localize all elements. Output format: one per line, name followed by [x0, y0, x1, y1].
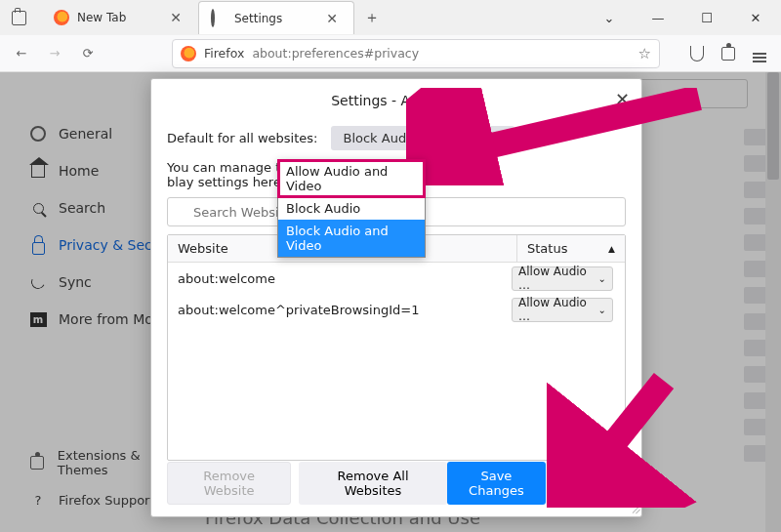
cancel-button[interactable]: Cancel	[554, 462, 626, 505]
row-status-dropdown[interactable]: Allow Audio … ⌄	[512, 266, 613, 291]
tab-title: New Tab	[77, 11, 158, 24]
reload-button[interactable]: ⟳	[74, 40, 102, 67]
firefox-icon	[54, 10, 69, 25]
default-label: Default for all websites:	[167, 131, 317, 145]
column-status[interactable]: Status ▲	[517, 241, 625, 256]
row-site: about:welcome	[174, 271, 512, 286]
autoplay-settings-dialog: Settings - Autoplay ✕ Default for all we…	[150, 78, 642, 517]
app-menu-button[interactable]	[746, 40, 773, 67]
sort-asc-icon: ▲	[608, 244, 615, 254]
gear-icon	[211, 11, 226, 26]
chevron-down-icon: ⌄	[598, 305, 606, 315]
resize-grip[interactable]	[626, 501, 639, 514]
firefox-icon	[181, 46, 196, 61]
url-text: about:preferences#privacy	[252, 46, 419, 61]
dropdown-value: Block Audio and Video	[343, 131, 484, 145]
bookmark-star-icon[interactable]: ☆	[638, 45, 651, 62]
dialog-close-button[interactable]: ✕	[615, 89, 630, 109]
maximize-button[interactable]: ☐	[685, 4, 728, 31]
tab-newtab[interactable]: New Tab ✕	[42, 1, 198, 34]
tab-title: Settings	[234, 12, 314, 25]
autoplay-dropdown-menu: Allow Audio and Video Block Audio Block …	[277, 159, 426, 258]
tab-settings[interactable]: Settings ✕	[198, 1, 354, 34]
window-close-button[interactable]: ✕	[734, 4, 777, 31]
titlebar: New Tab ✕ Settings ✕ ＋ ⌄ — ☐ ✕	[0, 0, 781, 35]
url-prefix: Firefox	[204, 46, 244, 61]
close-icon[interactable]: ✕	[166, 10, 185, 25]
close-icon[interactable]: ✕	[322, 11, 342, 26]
default-autoplay-dropdown[interactable]: Block Audio and Video ⌄	[331, 126, 514, 150]
recent-windows-icon[interactable]	[12, 11, 26, 25]
status-value: Allow Audio …	[518, 265, 593, 292]
save-changes-button[interactable]: Save Changes	[447, 462, 546, 505]
dropdown-option-block-av[interactable]: Block Audio and Video	[278, 220, 425, 257]
minimize-button[interactable]: —	[637, 4, 679, 31]
dropdown-option-allow[interactable]: Allow Audio and Video	[278, 160, 425, 197]
extensions-icon[interactable]	[715, 40, 742, 67]
url-bar[interactable]: Firefox about:preferences#privacy ☆	[172, 39, 660, 68]
chevron-down-icon: ⌄	[495, 133, 503, 143]
shield-icon[interactable]	[683, 40, 711, 67]
tab-strip: New Tab ✕ Settings ✕ ＋	[42, 0, 390, 35]
table-row[interactable]: about:welcome^privateBrowsingId=1 Allow …	[168, 294, 625, 325]
row-status-dropdown[interactable]: Allow Audio … ⌄	[512, 298, 613, 322]
forward-button[interactable]: →	[41, 40, 68, 67]
chevron-down-icon: ⌄	[598, 273, 606, 284]
remove-website-button[interactable]: Remove Website	[167, 462, 291, 505]
table-row[interactable]: about:welcome Allow Audio … ⌄	[168, 263, 625, 294]
status-value: Allow Audio …	[518, 296, 593, 323]
websites-table: Website Status ▲ about:welcome Allow Aud…	[167, 234, 626, 461]
tabs-dropdown-button[interactable]: ⌄	[588, 4, 631, 31]
new-tab-button[interactable]: ＋	[354, 8, 390, 28]
row-site: about:welcome^privateBrowsingId=1	[174, 303, 512, 317]
nav-toolbar: ← → ⟳ Firefox about:preferences#privacy …	[0, 35, 781, 72]
dialog-title: Settings - Autoplay	[167, 93, 626, 108]
back-button[interactable]: ←	[8, 40, 35, 67]
window-controls: ⌄ — ☐ ✕	[588, 4, 781, 31]
dropdown-option-block-audio[interactable]: Block Audio	[278, 197, 425, 220]
remove-all-websites-button[interactable]: Remove All Websites	[299, 462, 447, 505]
